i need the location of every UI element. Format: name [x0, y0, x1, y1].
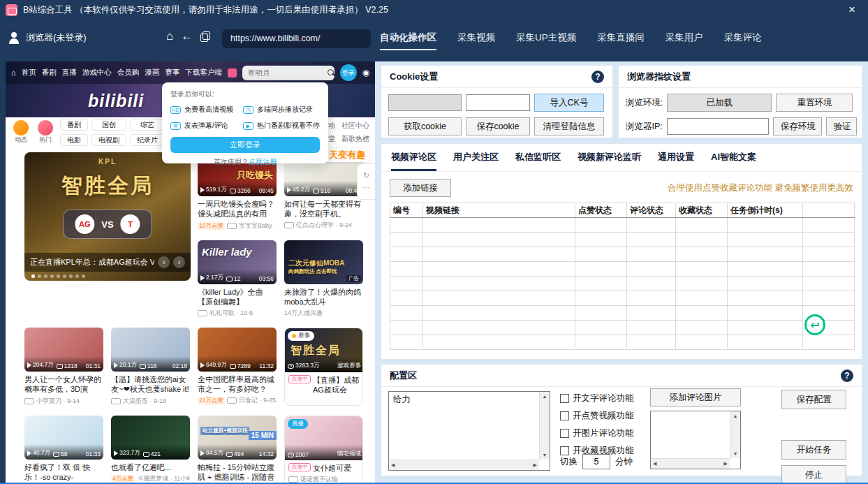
horizontal-scrollbar[interactable]: ◀▶ — [651, 458, 730, 469]
help-icon[interactable]: ? — [841, 369, 853, 382]
video-thumbnail[interactable]: 40.7万 58 01:33 — [24, 416, 103, 460]
tab-user-follow[interactable]: 用户关注区 — [453, 151, 499, 171]
video-meta[interactable]: 21万点赞日食记 · 9-25 — [198, 396, 277, 405]
video-thumbnail[interactable]: 204.7万 1218 01:31 — [24, 328, 103, 372]
bili-home-icon[interactable]: ⌂ — [11, 68, 16, 77]
ad-title[interactable]: 来旅游了！火爆的肉鸽moba大乱斗 — [284, 287, 363, 307]
cookie-account-input[interactable] — [388, 94, 462, 111]
vertical-scrollbar[interactable]: ▲▼ — [730, 411, 740, 458]
video-title[interactable]: 全中国肥胖率最高的城市之一，有多好吃？ — [198, 374, 277, 394]
refresh-icon[interactable]: ↻ — [363, 171, 369, 180]
tab-new-comment-monitor[interactable]: 视频新评论监听 — [578, 151, 641, 171]
video-meta[interactable]: 4万点赞卡珊恩梦境 · 11小时前 — [111, 474, 190, 483]
carousel-dot[interactable] — [82, 274, 85, 278]
login-now-button[interactable]: 立即登录 — [170, 137, 320, 153]
ad-thumbnail[interactable]: 二次元修仙MOBA 肉鸽新玩法 点击即玩 广告 — [284, 240, 363, 284]
table-row[interactable] — [390, 277, 855, 291]
table-row[interactable] — [390, 233, 855, 247]
video-thumbnail[interactable]: 20.1万 118 02:18 — [111, 328, 190, 372]
tab-ai-copywriting[interactable]: AI智能文案 — [711, 151, 756, 171]
video-meta[interactable]: 大温蛋蛋 · 9-19 — [111, 397, 190, 406]
carousel-next-icon[interactable]: › — [173, 256, 185, 268]
close-icon[interactable]: × — [841, 3, 862, 17]
bili-nav-shop[interactable]: 会员购 — [117, 68, 140, 78]
stop-task-button[interactable]: 停止 — [781, 465, 846, 484]
video-thumbnail[interactable]: 323.7万 421 — [111, 416, 190, 460]
video-card[interactable]: 20.1万 118 02:18 【温】请挑选您的ai女友~❤秋天也要shake … — [111, 328, 190, 406]
bili-nav-esports[interactable]: 赛事 — [165, 68, 179, 78]
bili-nav-live[interactable]: 直播 — [62, 68, 77, 78]
table-row[interactable] — [390, 291, 855, 306]
tab-collect-comment[interactable]: 采集评论 — [724, 31, 762, 50]
cookie-value-input[interactable] — [466, 94, 530, 111]
add-comment-image-button[interactable]: 添加评论图片 — [650, 388, 741, 406]
bili-login-button[interactable]: 登录 — [340, 64, 357, 81]
video-card[interactable]: 站立腹肌+燃脂训练 15 MIN 84.5万 494 14:32 帕梅拉 - 1… — [198, 416, 277, 483]
horizontal-scrollbar[interactable]: ◀▶ — [389, 460, 539, 470]
carousel-dot[interactable] — [69, 274, 73, 278]
carousel-dot[interactable] — [38, 274, 41, 278]
bili-nav-download[interactable]: 下载客户端 — [185, 68, 222, 78]
bili-nav-home[interactable]: 首页 — [22, 68, 36, 78]
vertical-scrollbar[interactable]: ▲▼ — [539, 392, 550, 460]
video-thumbnail[interactable]: Killer lady 2.17万 12 03:56 — [198, 240, 277, 284]
live-card[interactable]: 赛事 智胜全局 3263.3万 游戏赛事 直播中【直播】成都AG超玩会 VS 长… — [284, 328, 363, 406]
link-community[interactable]: 社区中心 — [341, 121, 369, 131]
video-card[interactable]: 649.9万 7289 11:32 全中国肥胖率最高的城市之一，有多好吃？ 21… — [198, 328, 277, 406]
comment-text-list[interactable]: 给力 ▲▼ ◀▶ — [388, 391, 550, 471]
chip-guochuang[interactable]: 国创 — [91, 119, 126, 131]
video-card[interactable]: Killer lady 2.17万 12 03:56 《killer Lady》… — [198, 240, 277, 318]
link-music-chart[interactable]: 新歌热榜 — [341, 134, 369, 144]
verify-button[interactable]: 验证 — [826, 117, 857, 135]
table-row[interactable] — [390, 335, 855, 350]
back-icon[interactable]: ← — [181, 29, 193, 43]
shortcut-hot[interactable]: 热门 — [36, 120, 55, 145]
tab-general-settings[interactable]: 通用设置 — [658, 151, 694, 171]
save-env-button[interactable]: 保存环境 — [773, 117, 822, 135]
table-row[interactable] — [390, 321, 855, 335]
switch-minutes-input[interactable] — [582, 454, 610, 469]
carousel-dot[interactable] — [50, 274, 54, 278]
tab-collect-video[interactable]: 采集视频 — [457, 31, 495, 50]
carousel-dot[interactable] — [75, 274, 79, 278]
chip-bangumi[interactable]: 番剧 — [60, 119, 88, 131]
live-title[interactable]: 直播中女仆超可爱 — [288, 463, 359, 473]
game-badge-icon[interactable] — [228, 68, 237, 78]
bili-nav-manga[interactable]: 漫画 — [145, 68, 159, 78]
bili-search-input[interactable] — [242, 66, 334, 80]
tab-video-comment[interactable]: 视频评论区 — [391, 151, 436, 171]
shortcut-dynamic[interactable]: 动态 — [11, 120, 31, 145]
video-title[interactable]: 【温】请挑选您的ai女友~❤秋天也要shake it!❤ — [111, 374, 190, 395]
comment-image-list[interactable]: ▲▼ ◀▶ — [650, 411, 741, 469]
table-row[interactable] — [390, 262, 855, 277]
clear-login-button[interactable]: 清理登陆信息 — [534, 117, 604, 135]
video-title[interactable]: 帕梅拉 - 15分钟站立腹肌 + 燃脂训练 - 跟随音乐踩点 全程... — [198, 462, 277, 483]
video-meta[interactable]: 礼礼可欧 · 10-5 — [198, 309, 277, 318]
video-card[interactable]: 204.7万 1218 01:31 男人让一个女人怀孕的概率有多低，3D演示。。… — [24, 328, 103, 406]
home-icon[interactable]: ⌂ — [166, 29, 173, 43]
checkbox-image-comment[interactable]: 开图片评论功能 — [560, 427, 634, 439]
live-card[interactable]: 直播 2007 萌宅领域 直播中女仆超可爱 诺诺酱不认输 — [284, 416, 363, 483]
chip-documentary[interactable]: 纪录片 — [130, 134, 165, 146]
env-loaded-button[interactable]: 已加载 — [667, 94, 772, 112]
undo-icon[interactable]: ↩ — [804, 314, 825, 335]
carousel-dot[interactable] — [31, 274, 35, 278]
table-row[interactable] — [390, 218, 855, 233]
bilibili-logo[interactable]: bilibili — [88, 91, 144, 111]
start-task-button[interactable]: 开始任务 — [781, 440, 846, 460]
help-icon[interactable]: ? — [591, 71, 604, 83]
bili-nav-bangumi[interactable]: 番剧 — [42, 68, 57, 78]
search-icon[interactable] — [328, 69, 334, 76]
tab-automation[interactable]: 自动化操作区 — [380, 31, 436, 50]
tab-collect-live[interactable]: 采集直播间 — [597, 31, 645, 50]
video-card[interactable]: 323.7万 421 也就看了亿遍吧... 4万点赞卡珊恩梦境 · 11小时前 — [111, 416, 190, 483]
url-bar[interactable]: https://www.bilibili.com/ — [222, 29, 371, 48]
add-link-button[interactable]: 添加链接 — [390, 179, 451, 197]
save-config-button[interactable]: 保存配置 — [781, 390, 846, 409]
carousel-banner[interactable]: KPL 智胜全局 AG VS T 正在直播KPL年总：成都AG超玩会 VS 长沙… — [24, 152, 191, 281]
vip-icon[interactable]: ◉ — [362, 68, 369, 78]
video-meta[interactable]: 小亨菜刀 · 9-14 — [24, 397, 103, 406]
carousel-dot[interactable] — [57, 274, 60, 278]
video-thumbnail[interactable]: 站立腹肌+燃脂训练 15 MIN 84.5万 494 14:32 — [198, 416, 277, 460]
ad-card[interactable]: 二次元修仙MOBA 肉鸽新玩法 点击即玩 广告 来旅游了！火爆的肉鸽moba大乱… — [284, 240, 363, 318]
